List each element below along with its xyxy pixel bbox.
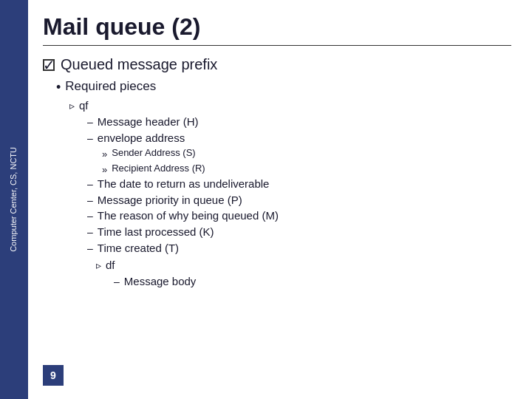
qf-more-item-0: – The date to return as undeliverable [87, 177, 511, 192]
df-section: ▹ df – Message body [96, 259, 511, 289]
qf-item-1: – envelope address [87, 132, 511, 146]
qf-more-item-4: – Time created (T) [87, 242, 511, 256]
df-label-item: ▹ df [96, 259, 511, 273]
qf-item-1-text: envelope address [98, 132, 185, 144]
qf-section: ▹ qf – Message header (H) – envelope add… [69, 99, 511, 290]
required-pieces-list: • Required pieces [56, 79, 511, 99]
dash-icon-0: – [87, 115, 93, 130]
qf-item-0-text: Message header (H) [98, 115, 199, 128]
dash-icon-6: – [87, 242, 93, 256]
qf-more-item-2-text: The reason of why being queued (M) [98, 209, 279, 222]
dash-icon-5: – [87, 225, 93, 240]
page-number: 9 [43, 365, 64, 386]
page-title: Mail queue (2) [43, 13, 511, 41]
checkbox-icon: ✓ [43, 59, 55, 71]
qf-triangle-icon: ▹ [69, 99, 75, 114]
qf-more-item-1-text: Message priority in queue (P) [98, 194, 242, 206]
sub-sub-item-0-text: Sender Address (S) [112, 147, 195, 158]
dash-icon-3: – [87, 194, 93, 208]
sidebar-label: Computer Center, CS, NCTU [8, 147, 19, 252]
qf-more-item-3: – Time last processed (K) [87, 225, 511, 240]
required-pieces-label: Required pieces [65, 79, 156, 94]
required-pieces-item: • Required pieces [56, 79, 511, 96]
sub-sub-item-0: » Sender Address (S) [102, 147, 511, 162]
section-heading-text: Queued message prefix [61, 56, 217, 73]
arrow-icon-1: » [102, 163, 107, 177]
bottom-bar: 9 [43, 365, 511, 386]
df-label: df [106, 259, 115, 271]
qf-more-item-0-text: The date to return as undeliverable [98, 177, 270, 190]
df-item-0-text: Message body [124, 275, 197, 287]
arrow-icon-0: » [102, 147, 107, 162]
section-heading: ✓ Queued message prefix [43, 56, 511, 73]
qf-item-0: – Message header (H) [87, 115, 511, 130]
bullet-dot: • [56, 79, 61, 96]
qf-more-item-3-text: Time last processed (K) [98, 225, 214, 238]
dash-icon-4: – [87, 209, 93, 224]
qf-more-item-1: – Message priority in queue (P) [87, 194, 511, 208]
dash-icon-2: – [87, 177, 93, 192]
sub-sub-item-1: » Recipient Address (R) [102, 163, 511, 177]
qf-items-list: – Message header (H) – envelope address … [87, 115, 511, 256]
qf-more-item-4-text: Time created (T) [98, 242, 179, 254]
qf-label: qf [79, 99, 89, 112]
qf-label-item: ▹ qf [69, 99, 511, 114]
sidebar: Computer Center, CS, NCTU [0, 0, 28, 399]
sub-sub-list: » Sender Address (S) » Recipient Address… [102, 147, 511, 177]
title-divider [43, 45, 511, 46]
df-items-list: – Message body [114, 275, 511, 290]
sub-sub-item-1-text: Recipient Address (R) [112, 163, 205, 174]
dash-icon-df-0: – [114, 275, 120, 290]
main-content: Mail queue (2) ✓ Queued message prefix •… [28, 0, 532, 399]
df-item-0: – Message body [114, 275, 511, 290]
qf-more-item-2: – The reason of why being queued (M) [87, 209, 511, 224]
df-triangle-icon: ▹ [96, 259, 101, 273]
dash-icon-1: – [87, 132, 93, 146]
